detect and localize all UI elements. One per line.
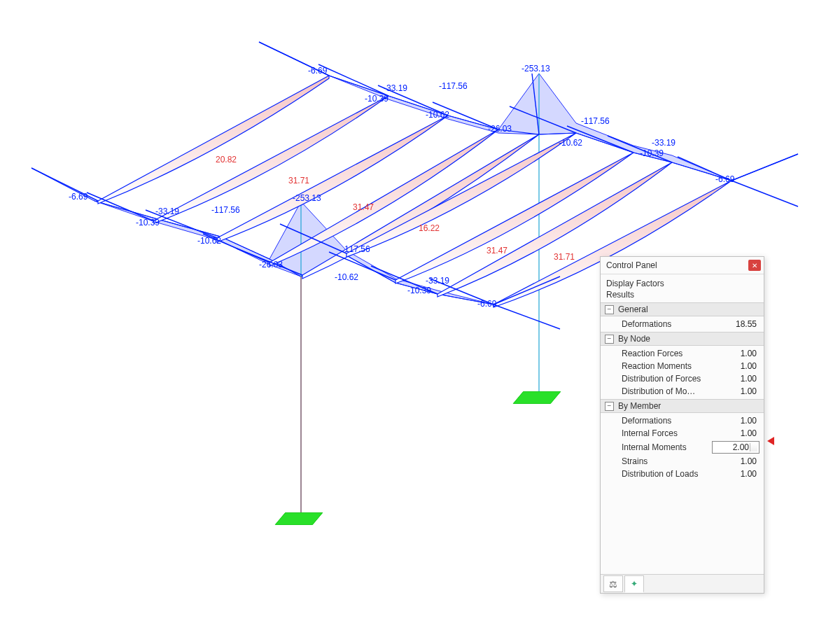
factor-label: Deformations [622, 416, 671, 426]
factor-label: Distribution of Loads [622, 469, 698, 479]
svg-line-2 [87, 192, 154, 221]
group-title: By Node [618, 334, 650, 344]
svg-line-15 [608, 136, 672, 162]
callout-arrow-icon [767, 437, 774, 445]
factor-value[interactable]: 1.00 [723, 456, 760, 466]
factor-label: Internal Forces [622, 428, 678, 438]
svg-line-18 [493, 304, 560, 329]
factor-row[interactable]: Deformations1.00 [601, 414, 764, 427]
factor-row[interactable]: Internal Moments2.00 [601, 440, 764, 455]
factor-value[interactable]: 1.00 [723, 374, 760, 384]
factor-label: Reaction Forces [622, 349, 682, 358]
svg-line-0 [31, 168, 98, 201]
group-header-by-node[interactable]: −By Node [601, 332, 764, 346]
balance-icon: ⚖ [609, 579, 617, 589]
svg-line-1 [259, 42, 329, 76]
display-factors-label: Display Factors [606, 279, 758, 288]
factor-row[interactable]: Reaction Forces1.00 [601, 347, 764, 360]
svg-line-19 [732, 181, 798, 206]
svg-line-20 [493, 276, 560, 304]
collapse-toggle-icon[interactable]: − [605, 402, 614, 411]
tab-display-factors[interactable]: ✦ [624, 575, 644, 593]
factor-row[interactable]: Distribution of Mo…1.00 [601, 385, 764, 398]
tab-balance[interactable]: ⚖ [603, 575, 623, 592]
factor-value-spinner[interactable]: 2.00 [712, 441, 760, 454]
factor-value[interactable]: 18.55 [723, 319, 760, 329]
panel-title: Control Panel [606, 260, 657, 270]
svg-line-12 [329, 252, 396, 280]
factor-groups: −GeneralDeformations18.55−By NodeReactio… [601, 302, 764, 482]
factor-label: Strains [622, 456, 648, 466]
factor-label: Internal Moments [622, 442, 687, 452]
svg-line-17 [678, 157, 732, 181]
factor-value[interactable]: 1.00 [723, 349, 760, 358]
factor-label: Reaction Moments [622, 361, 692, 371]
group-header-general[interactable]: −General [601, 302, 764, 316]
factor-value[interactable]: 1.00 [723, 428, 760, 438]
panel-subheader: Display Factors Results [601, 274, 764, 302]
factor-row[interactable]: Strains1.00 [601, 455, 764, 468]
axes-icon: ✦ [631, 579, 638, 589]
factor-value[interactable]: 1.00 [723, 469, 760, 479]
factor-value[interactable]: 1.00 [723, 416, 760, 426]
factor-row[interactable]: Distribution of Forces1.00 [601, 372, 764, 385]
factor-label: Distribution of Mo… [622, 386, 695, 396]
factor-value[interactable]: 1.00 [723, 361, 760, 371]
panel-bottom-tabs[interactable]: ⚖ ✦ [601, 574, 764, 593]
panel-header[interactable]: Control Panel ✕ [601, 257, 764, 274]
results-label: Results [606, 290, 758, 300]
control-panel[interactable]: Control Panel ✕ Display Factors Results … [600, 256, 764, 594]
factor-row[interactable]: Internal Forces1.00 [601, 427, 764, 440]
svg-line-4 [146, 210, 217, 238]
viewport-stage[interactable]: -6.69-33.19-10.39-117.56-253.13-10.62-11… [0, 0, 840, 630]
factor-row[interactable]: Distribution of Loads1.00 [601, 468, 764, 480]
close-button[interactable]: ✕ [748, 260, 761, 271]
factor-row[interactable]: Reaction Moments1.00 [601, 360, 764, 372]
factor-label: Distribution of Forces [622, 374, 701, 384]
svg-line-21 [732, 154, 798, 181]
factor-label: Deformations [622, 319, 671, 329]
svg-line-5 [378, 85, 448, 115]
svg-line-13 [567, 126, 634, 153]
collapse-toggle-icon[interactable]: − [605, 305, 614, 314]
group-title: General [618, 304, 648, 314]
collapse-toggle-icon[interactable]: − [605, 335, 614, 344]
group-title: By Member [618, 401, 661, 411]
factor-row[interactable]: Deformations18.55 [601, 318, 764, 330]
svg-line-3 [318, 64, 388, 96]
factor-value[interactable]: 1.00 [723, 386, 760, 396]
close-icon: ✕ [752, 262, 757, 270]
group-header-by-member[interactable]: −By Member [601, 399, 764, 413]
